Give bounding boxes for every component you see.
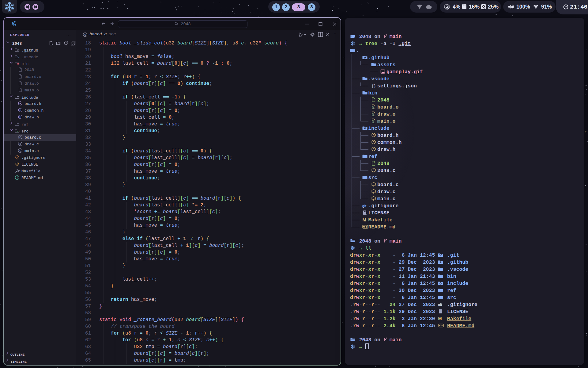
svg-text:(): () <box>17 131 20 133</box>
svg-text:C: C <box>84 33 86 36</box>
svg-text:git: git <box>362 204 367 208</box>
svg-text:M: M <box>362 217 366 222</box>
svg-text:C: C <box>373 197 375 200</box>
svg-text:C: C <box>19 143 21 145</box>
svg-text:C: C <box>373 190 375 193</box>
svg-text:git: git <box>438 303 442 306</box>
svg-text:M: M <box>438 316 442 321</box>
svg-text:H: H <box>19 109 21 112</box>
svg-text:C: C <box>373 169 375 172</box>
svg-text:C: C <box>373 141 375 144</box>
svg-text:C: C <box>373 134 375 137</box>
svg-text:C: C <box>373 148 375 151</box>
svg-text:{}: {} <box>371 84 376 88</box>
svg-text:10: 10 <box>372 121 374 123</box>
svg-text:C: C <box>373 183 375 186</box>
svg-text:H: H <box>19 116 21 118</box>
svg-text:H: H <box>19 102 21 105</box>
svg-text:10: 10 <box>372 107 374 109</box>
svg-text:C: C <box>19 136 21 139</box>
svg-text:10: 10 <box>372 114 374 116</box>
svg-text:C: C <box>19 149 21 152</box>
